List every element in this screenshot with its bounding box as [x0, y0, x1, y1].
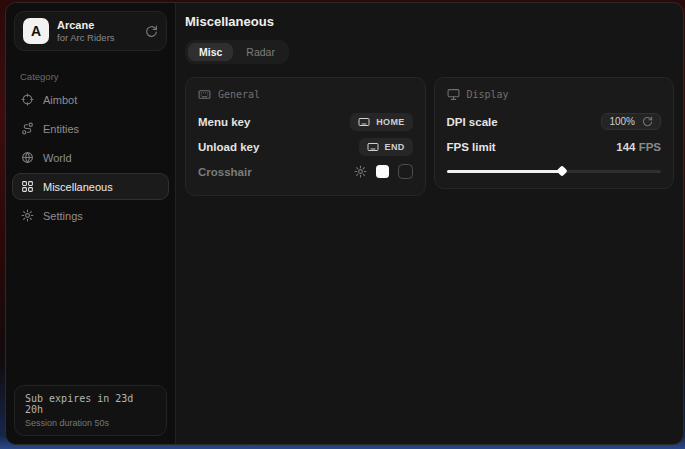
- dpi-scale-label: DPI scale: [447, 116, 498, 128]
- menu-key-value: HOME: [376, 117, 404, 127]
- unload-key-label: Unload key: [198, 141, 259, 153]
- sidebar-item-label: Miscellaneous: [43, 181, 113, 193]
- keyboard-icon: [358, 116, 370, 128]
- main-content: Miscellaneous Misc Radar General: [176, 3, 683, 444]
- general-panel: General Menu key HOME Unload key: [185, 77, 426, 196]
- crosshair-color-swatch[interactable]: [376, 165, 389, 178]
- sidebar-item-label: World: [43, 152, 72, 164]
- display-panel-header: Display: [447, 88, 662, 101]
- sidebar-item-settings[interactable]: Settings: [12, 202, 169, 229]
- menu-key-button[interactable]: HOME: [350, 113, 412, 131]
- gear-icon: [21, 209, 34, 222]
- sidebar-item-label: Settings: [43, 210, 83, 222]
- fps-limit-value: 144 FPS: [616, 141, 661, 153]
- sidebar-item-world[interactable]: World: [12, 144, 169, 171]
- crosshair-settings-gear-icon[interactable]: [354, 165, 367, 178]
- session-duration-text: Session duration 50s: [25, 418, 156, 428]
- brand-subtitle: for Arc Riders: [57, 32, 137, 43]
- brand-name: Arcane: [57, 19, 137, 32]
- crosshair-checkbox[interactable]: [398, 164, 413, 179]
- app-window: A Arcane for Arc Riders Category Aimbot: [5, 2, 684, 445]
- subscription-info-card: Sub expires in 23d 20h Session duration …: [14, 385, 167, 436]
- fps-limit-row: FPS limit 144 FPS: [447, 135, 662, 158]
- display-panel-title: Display: [467, 89, 509, 100]
- tab-misc[interactable]: Misc: [188, 43, 233, 61]
- menu-key-row: Menu key HOME: [198, 110, 413, 133]
- display-panel: Display DPI scale 100% FPS limit: [434, 77, 675, 189]
- dpi-scale-control[interactable]: 100%: [601, 113, 661, 130]
- refresh-icon[interactable]: [145, 25, 158, 38]
- general-panel-title: General: [218, 89, 260, 100]
- unload-key-value: END: [385, 142, 405, 152]
- fps-limit-label: FPS limit: [447, 141, 496, 153]
- panels-row: General Menu key HOME Unload key: [185, 77, 674, 196]
- crosshair-controls: [354, 164, 413, 179]
- keyboard-icon: [198, 88, 211, 101]
- crosshair-row: Crosshair: [198, 160, 413, 183]
- page-title: Miscellaneous: [185, 14, 674, 29]
- brand-logo: A: [23, 18, 49, 44]
- grid-icon: [21, 180, 34, 193]
- globe-icon: [21, 151, 34, 164]
- tab-bar: Misc Radar: [185, 40, 289, 64]
- fps-limit-slider[interactable]: [447, 166, 662, 176]
- dpi-reset-refresh-icon[interactable]: [642, 116, 653, 127]
- crosshair-label: Crosshair: [198, 166, 252, 178]
- category-label: Category: [20, 71, 161, 82]
- general-panel-header: General: [198, 88, 413, 101]
- unload-key-button[interactable]: END: [359, 138, 413, 156]
- sidebar-item-miscellaneous[interactable]: Miscellaneous: [12, 173, 169, 200]
- dpi-scale-value: 100%: [609, 116, 635, 127]
- sidebar-item-label: Entities: [43, 123, 79, 135]
- brand-text: Arcane for Arc Riders: [57, 19, 137, 44]
- dpi-scale-row: DPI scale 100%: [447, 110, 662, 133]
- monitor-icon: [447, 88, 460, 101]
- fps-slider-handle[interactable]: [557, 165, 568, 176]
- sidebar: A Arcane for Arc Riders Category Aimbot: [6, 3, 176, 444]
- sidebar-item-entities[interactable]: Entities: [12, 115, 169, 142]
- sidebar-item-label: Aimbot: [43, 94, 77, 106]
- menu-key-label: Menu key: [198, 116, 250, 128]
- keyboard-icon: [367, 141, 379, 153]
- brand-card: A Arcane for Arc Riders: [14, 11, 167, 51]
- unload-key-row: Unload key END: [198, 135, 413, 158]
- sub-expiry-text: Sub expires in 23d 20h: [25, 393, 156, 415]
- entities-icon: [21, 122, 34, 135]
- fps-slider-fill: [447, 170, 563, 173]
- sidebar-item-aimbot[interactable]: Aimbot: [12, 86, 169, 113]
- crosshair-icon: [21, 93, 34, 106]
- tab-radar[interactable]: Radar: [235, 43, 286, 61]
- sidebar-nav: Aimbot Entities World: [6, 86, 175, 229]
